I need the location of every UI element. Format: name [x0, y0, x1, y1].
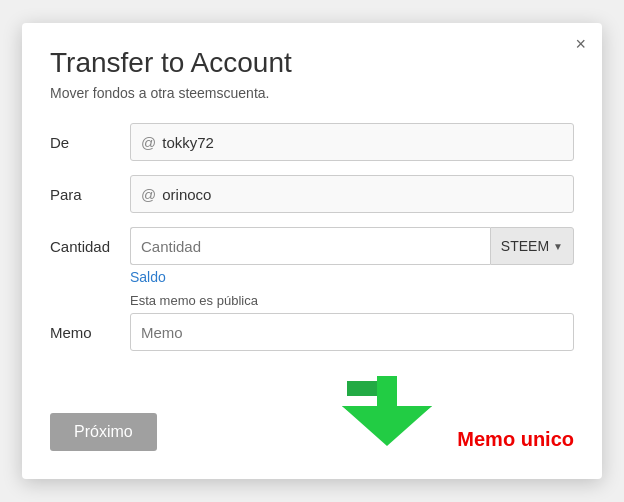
next-button[interactable]: Próximo [50, 413, 157, 451]
cantidad-input[interactable] [130, 227, 490, 265]
memo-label: Memo [50, 324, 130, 341]
para-input-wrapper: @ [130, 175, 574, 213]
de-at-symbol: @ [141, 134, 156, 151]
memo-input[interactable] [130, 313, 574, 351]
cantidad-row: Cantidad STEEM ▼ [50, 227, 574, 265]
chevron-down-icon: ▼ [553, 241, 563, 252]
de-label: De [50, 134, 130, 151]
close-button[interactable]: × [575, 35, 586, 53]
para-input[interactable] [162, 186, 563, 203]
bottom-row: Próximo Memo unico [50, 371, 574, 451]
dialog-subtitle: Mover fondos a otra steemscuenta. [50, 85, 574, 101]
saldo-link[interactable]: Saldo [130, 269, 574, 285]
de-input[interactable] [162, 134, 563, 151]
steem-dropdown[interactable]: STEEM ▼ [490, 227, 574, 265]
memo-unico-label: Memo unico [457, 428, 574, 451]
memo-row: Memo [50, 313, 574, 351]
de-input-wrapper: @ [130, 123, 574, 161]
para-row: Para @ [50, 175, 574, 213]
steem-label: STEEM [501, 238, 549, 254]
green-arrow-icon [337, 371, 447, 451]
para-label: Para [50, 186, 130, 203]
de-row: De @ [50, 123, 574, 161]
cantidad-label: Cantidad [50, 238, 130, 255]
annotation-container: Memo unico [337, 371, 574, 451]
cantidad-input-wrap: STEEM ▼ [130, 227, 574, 265]
dialog-title: Transfer to Account [50, 47, 574, 79]
transfer-dialog: × Transfer to Account Mover fondos a otr… [22, 23, 602, 479]
memo-note: Esta memo es pública [130, 293, 574, 308]
para-at-symbol: @ [141, 186, 156, 203]
